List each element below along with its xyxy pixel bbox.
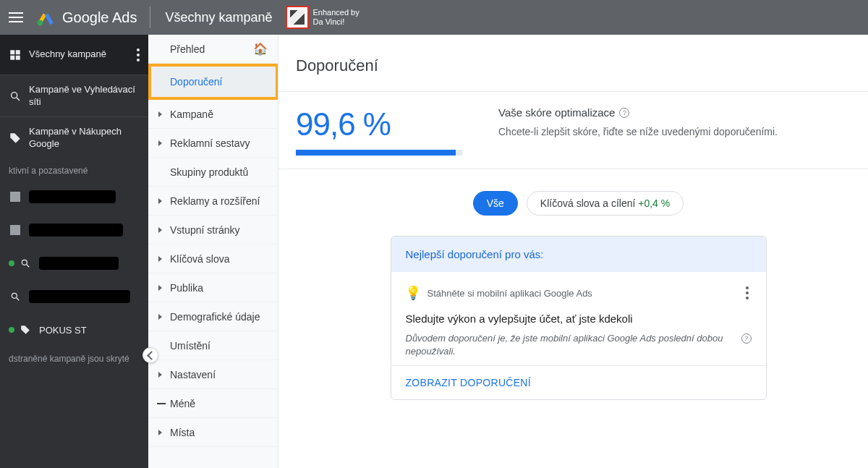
search-icon [9,90,22,103]
sidebar-status-filter[interactable]: ktivní a pozastavené [0,158,148,180]
redacted-text [39,257,119,270]
hamburger-menu-icon[interactable] [0,0,32,35]
redacted-text [29,190,116,203]
nav2-item-keywords[interactable]: Klíčová slova [148,244,278,273]
svg-rect-2 [16,50,20,54]
davinci-line1: Enhanced by [313,8,359,17]
caret-icon [158,256,162,262]
nav2-item-demographics[interactable]: Demografické údaje [148,302,278,331]
sidebar-label: Všechny kampaně [29,48,127,60]
sidebar-item-all-campaigns[interactable]: Všechny kampaně [0,35,148,75]
score-value: 99,6 % [296,106,462,142]
sidebar-campaign-item-pokus[interactable]: POKUS ST [0,313,148,346]
nav2-label: Klíčová slova [170,253,229,265]
redacted-text [29,224,123,237]
nav2-item-placements[interactable]: Umístění [148,331,278,360]
svg-rect-8 [10,225,20,235]
svg-point-9 [22,260,27,265]
svg-point-0 [38,20,43,26]
nav2-label: Reklamní sestavy [170,137,250,149]
nav2-item-adgroups[interactable]: Reklamní sestavy [148,129,278,158]
home-icon: 🏠 [253,42,268,56]
sidebar-campaign-item[interactable] [0,247,148,280]
sidebar-campaign-item[interactable] [0,180,148,213]
card-body: 💡 Stáhněte si mobilní aplikaci Google Ad… [391,272,766,365]
nav2-item-recommendations[interactable]: Doporučení [148,64,278,100]
nav2-item-landing-pages[interactable]: Vstupní stránky [148,216,278,244]
svg-rect-4 [16,55,20,59]
nav2-item-product-groups[interactable]: Skupiny produktů [148,158,278,187]
chip-label: Klíčová slova a cílení [540,197,638,209]
davinci-text: Enhanced by Da Vinci! [313,8,359,27]
status-active-icon [9,260,14,266]
score-text: Vaše skóre optimalizace ? Chcete-li zlep… [498,106,778,137]
caret-icon [158,430,162,435]
nav2-item-settings[interactable]: Nastavení [148,360,278,389]
divider [278,169,868,169]
nav2-label: Publika [170,282,203,294]
davinci-avatar-icon [286,6,309,29]
caret-icon [158,227,162,233]
score-heading-label: Vaše skóre optimalizace [498,106,615,119]
svg-rect-1 [10,50,14,54]
nav2-item-ads-extensions[interactable]: Reklamy a rozšíření [148,187,278,216]
sidebar-removed-note: dstraněné kampaně jsou skryté [0,346,148,371]
sidebar-campaign-item[interactable] [0,213,148,247]
card-more-icon[interactable] [743,284,752,302]
chip-keywords-targeting[interactable]: Klíčová slova a cílení +0,4 % [527,191,684,216]
nav2-item-campaigns[interactable]: Kampaně [148,100,278,129]
sidebar-item-search-campaigns[interactable]: Kampaně ve Vyhledávací síti [0,75,148,116]
card-header: Nejlepší doporučení pro vás: [391,237,766,272]
square-icon [9,190,22,203]
caret-icon [158,314,162,320]
info-icon[interactable]: ? [619,108,629,118]
svg-line-6 [17,98,20,101]
nav2-label: Doporučení [170,76,222,88]
sidebar-collapse-handle-icon[interactable] [142,347,158,363]
chip-all[interactable]: Vše [473,191,518,216]
nav2-item-overview[interactable]: Přehled 🏠 [148,35,278,64]
caret-icon [158,111,162,117]
primary-sidebar: Všechny kampaně Kampaně ve Vyhledávací s… [0,35,148,468]
nav2-label: Přehled [170,43,205,55]
svg-point-11 [12,293,17,298]
status-active-icon [9,327,14,333]
filter-chips: Vše Klíčová slova a cílení +0,4 % [296,191,861,216]
score-heading: Vaše skóre optimalizace ? [498,106,778,119]
nav2-label: Demografické údaje [170,311,260,323]
svg-rect-7 [10,192,20,202]
google-ads-logo-icon[interactable] [32,0,59,35]
info-icon[interactable]: ? [741,333,752,344]
sidebar-item-shopping-campaigns[interactable]: Kampaně v Nákupech Google [0,116,148,158]
main-content: Doporučení 99,6 % Vaše skóre optimalizac… [278,35,868,468]
nav2-label: Reklamy a rozšíření [170,195,260,207]
tag-icon [9,132,22,145]
sidebar-campaign-item[interactable] [0,280,148,313]
nav2-item-audiences[interactable]: Publika [148,273,278,302]
nav2-item-less[interactable]: Méně [148,389,278,418]
nav2-label: Nastavení [170,369,216,380]
card-cta-button[interactable]: ZOBRAZIT DOPORUČENÍ [406,377,531,388]
tag-icon [19,323,32,336]
lightbulb-icon: 💡 [406,286,420,300]
score-progress-bar [296,150,462,156]
nav2-label: Umístění [170,340,210,352]
search-icon [19,257,32,270]
score-block: 99,6 % [296,106,462,156]
svg-rect-3 [10,55,14,59]
square-icon [9,224,22,237]
page-title: Doporučení [296,56,861,75]
caret-icon [158,372,162,378]
redacted-text [29,290,130,303]
more-options-icon[interactable] [134,46,142,64]
nav2-label: Skupiny produktů [170,166,248,178]
sidebar-label: Kampaně ve Vyhledávací síti [29,84,140,108]
caret-icon [158,140,162,146]
secondary-nav: Přehled 🏠 Doporučení Kampaně Reklamní se… [148,35,278,468]
davinci-badge[interactable]: Enhanced by Da Vinci! [286,6,359,29]
nav2-item-locations[interactable]: Místa [148,418,278,447]
topbar-scope-title[interactable]: Všechny kampaně [158,10,279,25]
divider [278,91,868,92]
brand-text: Google Ads [59,9,142,26]
nav2-label: Kampaně [170,109,213,120]
